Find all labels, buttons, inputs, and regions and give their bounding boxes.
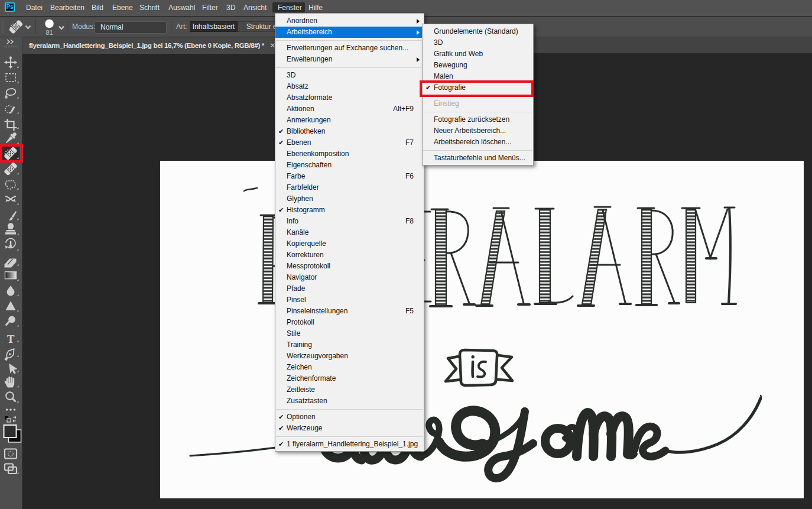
svg-text:81: 81	[46, 29, 53, 36]
svg-text:T: T	[7, 333, 15, 345]
